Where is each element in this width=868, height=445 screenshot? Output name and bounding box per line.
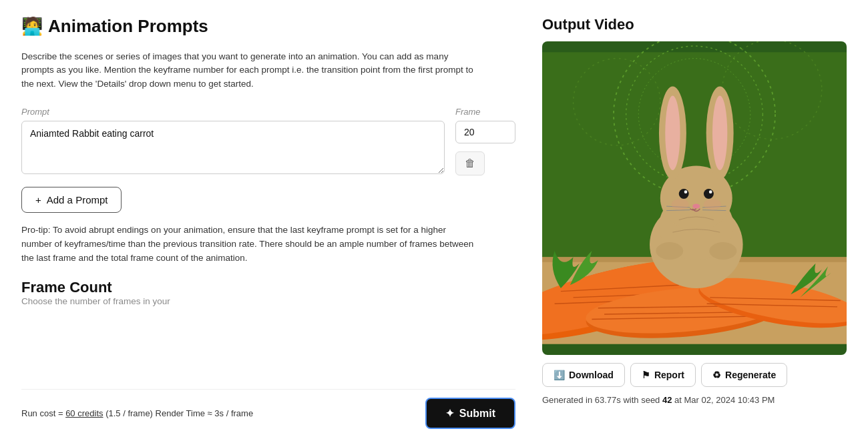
output-title: Output Video — [542, 16, 847, 33]
submit-button[interactable]: ✦ Submit — [425, 398, 515, 429]
prompt-row: Prompt Aniamted Rabbit eating carrot Fra… — [21, 107, 515, 176]
submit-label: Submit — [459, 408, 495, 420]
run-cost-suffix: (1.5 / frame) Render Time ≈ 3s / frame — [105, 408, 253, 418]
download-label: Download — [569, 370, 614, 380]
svg-point-28 — [712, 95, 727, 170]
generated-at: at — [674, 395, 684, 405]
right-panel: Output Video — [542, 16, 847, 429]
protip-text: Pro-tip: To avoid abrupt endings on your… — [21, 224, 475, 266]
svg-point-41 — [709, 242, 736, 260]
prompt-field-wrap: Prompt Aniamted Rabbit eating carrot — [21, 107, 445, 176]
svg-point-33 — [692, 203, 700, 208]
seed-value: 42 — [662, 395, 672, 405]
left-panel: 🧑‍💻 Animation Prompts Describe the scene… — [21, 16, 515, 429]
svg-point-32 — [709, 190, 712, 193]
prompt-label: Prompt — [21, 107, 445, 117]
run-cost-credits: 60 credits — [65, 408, 103, 418]
report-button[interactable]: ⚑ Report — [630, 363, 696, 387]
regenerate-icon: ♻ — [712, 370, 721, 380]
generated-info: Generated in 63.77s with seed 42 at Mar … — [542, 395, 847, 405]
frame-input[interactable] — [455, 121, 515, 143]
frame-field-wrap: Frame 🗑 — [455, 107, 515, 175]
frame-count-section: Frame Count Choose the number of frames … — [21, 276, 515, 306]
frame-controls: 🗑 — [455, 121, 515, 175]
generated-timestamp: Mar 02, 2024 10:43 PM — [684, 395, 775, 405]
output-image — [542, 41, 847, 355]
run-cost-prefix: Run cost = — [21, 408, 63, 418]
download-button[interactable]: ⬇️ Download — [542, 363, 625, 387]
report-label: Report — [654, 370, 684, 380]
add-prompt-button[interactable]: + Add a Prompt — [21, 187, 122, 213]
description-text: Describe the scenes or series of images … — [21, 50, 475, 91]
page-title: 🧑‍💻 Animation Prompts — [21, 16, 515, 37]
generated-prefix: Generated in 63.77s with seed — [542, 395, 660, 405]
trash-icon: 🗑 — [465, 157, 475, 169]
frame-label: Frame — [455, 107, 515, 117]
bottom-bar: Run cost = 60 credits (1.5 / frame) Rend… — [21, 389, 515, 429]
regenerate-button[interactable]: ♻ Regenerate — [701, 363, 787, 387]
action-buttons: ⬇️ Download ⚑ Report ♻ Regenerate — [542, 363, 847, 387]
report-icon: ⚑ — [642, 370, 650, 380]
download-icon: ⬇️ — [554, 370, 565, 380]
prompt-input[interactable]: Aniamted Rabbit eating carrot — [21, 121, 445, 174]
svg-point-26 — [665, 95, 680, 170]
frame-count-hint: Choose the number of frames in your — [21, 296, 515, 306]
add-prompt-label: Add a Prompt — [47, 194, 108, 205]
svg-point-38 — [672, 199, 689, 210]
plus-icon: + — [35, 194, 41, 205]
delete-prompt-button[interactable]: 🗑 — [455, 151, 485, 175]
svg-point-30 — [704, 189, 714, 199]
title-text: Animation Prompts — [48, 16, 208, 37]
svg-point-29 — [679, 189, 689, 199]
svg-point-39 — [704, 199, 721, 210]
submit-spark-icon: ✦ — [445, 407, 454, 420]
frame-count-title: Frame Count — [21, 279, 515, 296]
svg-point-31 — [684, 190, 688, 193]
run-cost-info: Run cost = 60 credits (1.5 / frame) Rend… — [21, 408, 253, 418]
title-emoji: 🧑‍💻 — [21, 16, 43, 37]
svg-point-40 — [656, 242, 683, 260]
regenerate-label: Regenerate — [725, 370, 776, 380]
